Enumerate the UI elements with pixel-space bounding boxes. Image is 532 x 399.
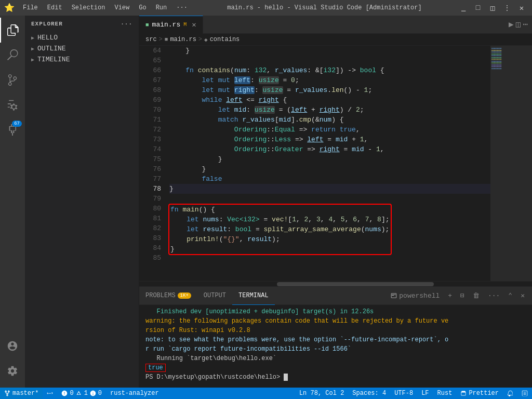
sidebar-item-outline[interactable]: ▶ OUTLINE — [25, 43, 139, 54]
sidebar-item-timeline[interactable]: ▶ TIMELINE — [25, 54, 139, 65]
close-button[interactable]: ✕ — [515, 2, 528, 14]
activity-run-debug[interactable] — [0, 92, 25, 117]
breadcrumb-file[interactable]: main.rs — [170, 36, 196, 43]
kill-terminal-button[interactable]: 🗑 — [470, 291, 483, 301]
line-numbers: 64 65 66 67 68 69 70 71 72 73 74 75 76 7… — [139, 46, 165, 281]
arrow-icon: ▶ — [31, 46, 34, 52]
status-language[interactable]: Rust — [433, 388, 457, 399]
activity-extensions[interactable]: 67 — [0, 117, 25, 142]
editor-content: 64 65 66 67 68 69 70 71 72 73 74 75 76 7… — [139, 46, 532, 286]
branch-name: master* — [12, 390, 38, 397]
panel-tab-problems[interactable]: PROBLEMS 1K+ — [139, 287, 197, 305]
file-icon: ■ — [145, 22, 149, 28]
activity-bottom — [0, 334, 25, 383]
activity-explorer[interactable] — [0, 18, 25, 43]
breadcrumb-sep-2: > — [198, 36, 202, 43]
code-content[interactable]: } fn contains(num: i32, r_values: &[i32]… — [165, 46, 490, 281]
new-terminal-button[interactable]: powershell — [388, 291, 443, 301]
breadcrumb-sep-1: > — [159, 36, 163, 43]
panel-tabs: PROBLEMS 1K+ OUTPUT TERMINAL powershell … — [139, 287, 532, 305]
activity-source-control[interactable] — [0, 68, 25, 92]
menu-more[interactable]: ··· — [172, 3, 192, 12]
code-area[interactable]: 64 65 66 67 68 69 70 71 72 73 74 75 76 7… — [139, 46, 532, 281]
sidebar-more[interactable]: ··· — [121, 21, 132, 27]
split-terminal-button[interactable]: ⊟ — [457, 290, 468, 301]
powershell-label: powershell — [399, 292, 440, 300]
window-title: main.rs - hello - Visual Studio Code [Ad… — [227, 4, 421, 11]
code-line-68: let mut right: usize = r_values.len() - … — [169, 85, 490, 95]
run-icon[interactable]: ▶ — [509, 19, 514, 30]
breadcrumb-symbol-icon: ◆ — [204, 36, 208, 43]
panel-tab-terminal[interactable]: TERMINAL — [232, 287, 275, 305]
split-icon[interactable]: ◫ — [516, 19, 521, 30]
status-line-ending[interactable]: LF — [417, 388, 433, 399]
status-language-server[interactable]: rust-analyzer — [106, 388, 163, 399]
code-line-80: fn main() { — [170, 205, 390, 215]
status-position[interactable]: Ln 78, Col 2 — [295, 388, 348, 399]
info-count: 0 — [98, 390, 102, 397]
encoding-label: UTF-8 — [394, 390, 413, 397]
terminal-line-4: note: to see what the problems were, use… — [145, 335, 526, 344]
arrow-icon: ▶ — [31, 35, 34, 41]
breadcrumb-symbol[interactable]: contains — [210, 36, 240, 43]
terminal-line-5: r run `cargo report future-incompatibili… — [145, 344, 526, 354]
sidebar-item-hello[interactable]: ▶ HELLO — [25, 32, 139, 43]
close-panel-button[interactable]: ✕ — [517, 290, 528, 301]
line-ending-label: LF — [421, 390, 429, 397]
status-spaces[interactable]: Spaces: 4 — [348, 388, 390, 399]
title-bar-left: ⭐ File Edit Selection View Go Run ··· — [4, 3, 192, 13]
status-encoding[interactable]: UTF-8 — [390, 388, 417, 399]
more-icon[interactable]: ⋯ — [523, 19, 528, 30]
menu-selection[interactable]: Selection — [68, 3, 110, 12]
minimize-button[interactable]: ⎯ — [457, 2, 470, 14]
menu-bar: File Edit Selection View Go Run ··· — [19, 3, 192, 12]
maximize-panel-button[interactable]: ⌃ — [505, 290, 515, 301]
title-bar: ⭐ File Edit Selection View Go Run ··· ma… — [0, 0, 532, 16]
code-line-75: } — [169, 154, 490, 164]
status-errors[interactable]: 0 1 0 — [57, 388, 106, 399]
activity-settings[interactable] — [0, 358, 25, 383]
breadcrumb-src[interactable]: src — [145, 36, 157, 43]
problems-badge: 1K+ — [178, 292, 191, 299]
prompt-text: PS D:\mysetup\gopath\rustcode\hello> — [145, 374, 284, 381]
more-actions-button[interactable]: ··· — [485, 291, 503, 301]
terminal-result: true — [145, 363, 526, 373]
cursor-position: Ln 78, Col 2 — [299, 390, 344, 397]
terminal-content[interactable]: Finished dev [unoptimized + debuginfo] t… — [139, 305, 532, 388]
code-line-65 — [169, 56, 490, 65]
error-count: 0 — [70, 390, 73, 397]
status-formatter[interactable]: Prettier — [456, 388, 503, 399]
menu-file[interactable]: File — [19, 3, 42, 12]
panel-tab-output[interactable]: OUTPUT — [197, 287, 232, 305]
tab-bar: ■ main.rs M ✕ ▶ ◫ ⋯ — [139, 16, 532, 34]
activity-bar: 67 — [0, 16, 25, 388]
grid-button[interactable]: ⋮ — [501, 2, 513, 14]
menu-edit[interactable]: Edit — [43, 3, 66, 12]
activity-accounts[interactable] — [0, 334, 25, 358]
code-line-69: while left <= right { — [169, 95, 490, 105]
status-notifications[interactable] — [503, 388, 517, 399]
code-line-74: Ordering::Greater => right = mid - 1, — [169, 144, 490, 154]
status-right: Ln 78, Col 2 Spaces: 4 UTF-8 LF Rust Pre… — [295, 388, 532, 399]
menu-view[interactable]: View — [110, 3, 134, 12]
status-sync[interactable] — [43, 388, 57, 399]
tab-main-rs[interactable]: ■ main.rs M ✕ — [139, 16, 203, 34]
status-settings-sync[interactable] — [517, 388, 532, 399]
code-line-71: match r_values[mid].cmp(&num) { — [169, 115, 490, 125]
sidebar-header: EXPLORER ··· — [25, 16, 139, 30]
add-terminal-button[interactable]: + — [445, 291, 455, 301]
spaces-label: Spaces: 4 — [352, 390, 386, 397]
code-line-83: println!("{}", result); — [170, 234, 390, 244]
scrollbar-horizontal[interactable] — [139, 281, 532, 286]
maximize-button[interactable]: □ — [472, 2, 484, 14]
breadcrumb-file-icon: ■ — [165, 36, 168, 43]
menu-run[interactable]: Run — [152, 3, 171, 12]
sidebar-item-label: HELLO — [37, 34, 58, 42]
layout-button[interactable]: ◫ — [486, 2, 499, 14]
scrollbar-thumb[interactable] — [277, 282, 434, 286]
status-branch[interactable]: master* — [0, 388, 43, 399]
activity-search[interactable] — [0, 43, 25, 68]
menu-go[interactable]: Go — [135, 3, 150, 12]
language-label: Rust — [437, 390, 453, 397]
tab-close-icon[interactable]: ✕ — [192, 20, 196, 29]
